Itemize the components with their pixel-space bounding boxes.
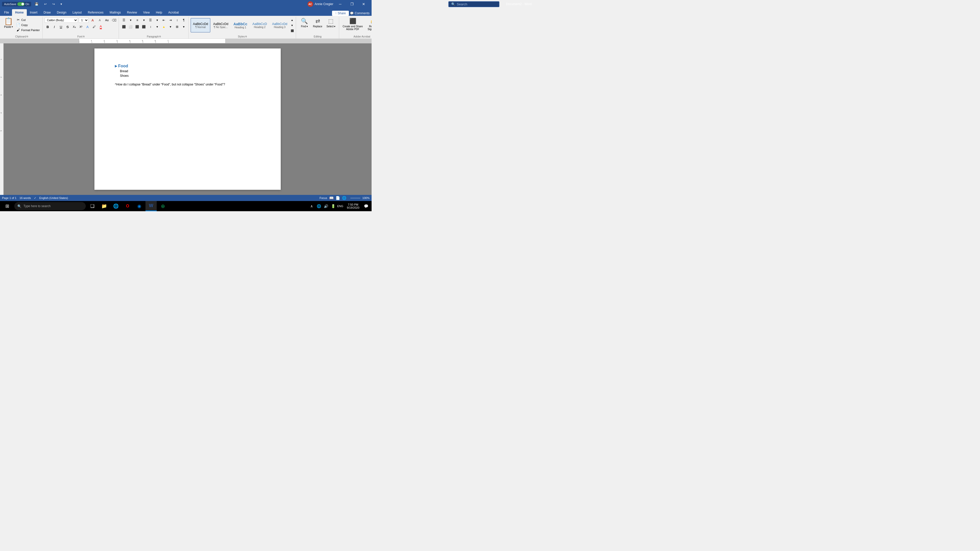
save-button[interactable]: 💾: [33, 1, 41, 7]
word-button[interactable]: W: [145, 201, 157, 211]
file-explorer-button[interactable]: 📁: [99, 201, 110, 211]
format-painter-button[interactable]: 🖌 Format Painter: [15, 27, 41, 32]
tab-references[interactable]: References: [85, 9, 107, 16]
style-scroll-down[interactable]: ▼: [290, 23, 294, 28]
time-display[interactable]: 7:50 PM 9/19/2020: [345, 201, 361, 211]
undo-button[interactable]: ↩: [42, 1, 49, 7]
superscript-button[interactable]: X²: [78, 24, 84, 30]
tab-design[interactable]: Design: [54, 9, 69, 16]
tab-home[interactable]: Home: [12, 9, 27, 16]
tab-mailings[interactable]: Mailings: [107, 9, 124, 16]
sound-icon[interactable]: 🔊: [322, 201, 329, 211]
change-case-button[interactable]: Aα: [104, 17, 110, 23]
document-area[interactable]: ▶ Food Bread Shoes ^How do I collapse “B…: [3, 43, 372, 195]
clear-format-button[interactable]: ⌫: [111, 17, 117, 23]
start-button[interactable]: ⊞: [1, 201, 13, 211]
show-marks-button[interactable]: ¶: [181, 17, 187, 23]
clipboard-expander[interactable]: ⧉: [27, 35, 28, 38]
paragraph-expander[interactable]: ⧉: [159, 35, 161, 38]
font-color-button[interactable]: A: [98, 24, 104, 30]
borders-dropdown[interactable]: ▾: [181, 24, 187, 30]
justify-button[interactable]: ⬛: [141, 24, 147, 30]
find-dropdown[interactable]: ▾: [307, 25, 308, 28]
select-button[interactable]: ⬚ Select▾: [325, 17, 337, 28]
indent-decrease-button[interactable]: ⇤: [161, 17, 167, 23]
task-view-button[interactable]: ❑: [87, 201, 98, 211]
font-shrink-button[interactable]: A: [97, 17, 103, 23]
network-icon[interactable]: 🌐: [315, 201, 322, 211]
comments-button[interactable]: 💬 Comments: [350, 11, 369, 15]
line-spacing-dropdown[interactable]: ▾: [154, 24, 160, 30]
bullets-dropdown[interactable]: ▾: [127, 17, 134, 23]
restore-button[interactable]: ❐: [346, 0, 358, 8]
show-hidden-icon[interactable]: ∧: [308, 201, 315, 211]
text-highlight-button[interactable]: 🖊: [91, 24, 97, 30]
underline-button[interactable]: U: [58, 24, 64, 30]
bullets-button[interactable]: ☰: [121, 17, 127, 23]
tab-review[interactable]: Review: [124, 9, 140, 16]
align-right-button[interactable]: ⬛: [134, 24, 140, 30]
style-no-space[interactable]: AaBbCcDd ¶ No Spac...: [211, 18, 231, 32]
customize-qat-button[interactable]: ▾: [59, 1, 64, 7]
redo-button[interactable]: ↪: [50, 1, 57, 7]
find-button[interactable]: 🔍 Find▾: [298, 17, 311, 28]
font-family-select[interactable]: Calibri (Body): [45, 17, 78, 23]
sort-button[interactable]: ↕: [174, 17, 180, 23]
font-size-select[interactable]: 11: [79, 17, 89, 23]
autosave-button[interactable]: AutoSave On: [2, 2, 31, 6]
opera-button[interactable]: O: [122, 201, 133, 211]
tab-layout[interactable]: Layout: [69, 9, 85, 16]
tab-draw[interactable]: Draw: [41, 9, 54, 16]
indent-increase-button[interactable]: ⇥: [167, 17, 173, 23]
style-normal[interactable]: AaBbCcDd ¶ Normal: [191, 18, 210, 32]
question-text[interactable]: ^How do I collapse “Bread” under “Food”,…: [115, 83, 260, 86]
italic-button[interactable]: I: [51, 24, 57, 30]
notification-button[interactable]: 💬: [363, 201, 369, 211]
style-heading1[interactable]: AaBbCc Heading 1: [231, 18, 250, 32]
tab-file[interactable]: File: [1, 9, 12, 16]
shading-button[interactable]: ▲: [161, 24, 167, 30]
font-grow-button[interactable]: A: [89, 17, 96, 23]
tab-help[interactable]: Help: [153, 9, 165, 16]
styles-expander[interactable]: ⧉: [245, 35, 247, 38]
text-effects-button[interactable]: A: [84, 24, 91, 30]
multilevel-dropdown[interactable]: ▾: [154, 17, 160, 23]
bold-button[interactable]: B: [45, 24, 51, 30]
taskbar-search-box[interactable]: 🔍 Type here to search: [14, 202, 86, 210]
style-gallery-button[interactable]: ⬛: [290, 28, 294, 33]
request-signatures-button[interactable]: ✍ RequestSignatures: [365, 17, 372, 31]
cortana-button[interactable]: ◉: [134, 201, 145, 211]
print-layout-button[interactable]: 📄: [336, 196, 340, 200]
select-dropdown[interactable]: ▾: [334, 25, 335, 28]
style-heading2[interactable]: AaBbCcD Heading 2: [250, 18, 269, 32]
battery-icon[interactable]: 🔋: [329, 201, 337, 211]
minimize-button[interactable]: ─: [334, 0, 346, 8]
font-expander[interactable]: ⧉: [83, 35, 84, 38]
numbering-button[interactable]: ≡: [134, 17, 140, 23]
read-mode-button[interactable]: 📖: [329, 196, 334, 200]
close-button[interactable]: ✕: [358, 0, 369, 8]
line-spacing-button[interactable]: ↕: [148, 24, 154, 30]
other-app-button[interactable]: ⊕: [157, 201, 169, 211]
style-scroll-up[interactable]: ▲: [290, 17, 294, 22]
tab-acrobat[interactable]: Acrobat: [165, 9, 182, 16]
focus-button[interactable]: Focus: [320, 197, 327, 200]
paste-dropdown-arrow[interactable]: ▾: [12, 25, 13, 28]
style-heading3[interactable]: AaBbCcDd Heading 3: [270, 18, 290, 32]
collapse-arrow[interactable]: ▶: [115, 64, 117, 68]
edge-button[interactable]: 🌐: [110, 201, 121, 211]
language-icon[interactable]: ENG: [337, 201, 344, 211]
web-layout-button[interactable]: 🌐: [342, 196, 346, 200]
copy-button[interactable]: 📄 Copy: [15, 22, 41, 27]
autosave-toggle[interactable]: [18, 2, 24, 6]
multilevel-button[interactable]: ☰: [148, 17, 154, 23]
create-share-pdf-button[interactable]: ⬛ Create and ShareAdobe PDF: [341, 17, 364, 31]
paste-button[interactable]: 📋 Paste ▾: [3, 17, 14, 29]
borders-button[interactable]: ⊞: [174, 24, 180, 30]
tab-view[interactable]: View: [140, 9, 153, 16]
replace-button[interactable]: ⇄ Replace: [311, 17, 324, 28]
tab-insert[interactable]: Insert: [27, 9, 41, 16]
align-center-button[interactable]: ⬜: [127, 24, 134, 30]
cut-button[interactable]: ✂ Cut: [15, 17, 41, 22]
subscript-button[interactable]: X₂: [71, 24, 77, 30]
